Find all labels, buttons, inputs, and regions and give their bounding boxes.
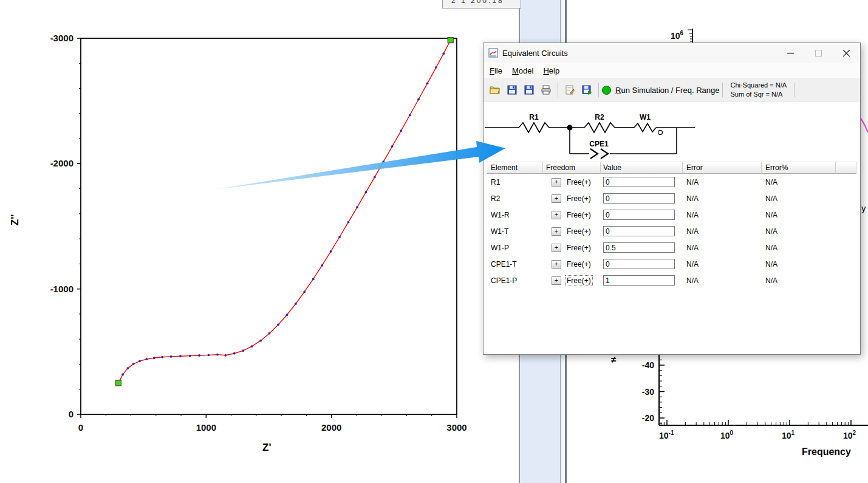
export-results-icon bbox=[582, 85, 592, 95]
circuit-label-cpe1[interactable]: CPE1 bbox=[589, 140, 609, 148]
column-header-error[interactable]: Error% bbox=[762, 162, 836, 174]
freedom-expand-button[interactable]: + bbox=[552, 260, 561, 269]
value-input-w1-r[interactable] bbox=[603, 210, 675, 220]
circuit-label-w1[interactable]: W1 bbox=[640, 113, 651, 122]
freedom-expand-button[interactable]: + bbox=[552, 276, 561, 285]
error-pct-value: N/A bbox=[762, 276, 836, 285]
svg-text:-40: -40 bbox=[642, 360, 654, 370]
toolbar-separator bbox=[722, 83, 723, 97]
error-value: N/A bbox=[683, 178, 762, 187]
freedom-value[interactable]: Free(+) bbox=[566, 259, 592, 269]
print-button[interactable] bbox=[538, 82, 554, 98]
save-button[interactable] bbox=[504, 82, 520, 98]
maximize-button[interactable] bbox=[804, 43, 832, 63]
open-file-icon bbox=[490, 85, 501, 95]
dialog-title: Equivalent Circuits bbox=[502, 49, 776, 58]
svg-text:10-1: 10-1 bbox=[659, 430, 674, 440]
table-row-r1: R1+Free(+)N/AN/A bbox=[487, 174, 856, 190]
svg-text:-20: -20 bbox=[642, 413, 654, 423]
edit-circuit-icon bbox=[565, 85, 575, 95]
error-value: N/A bbox=[683, 244, 762, 252]
minimize-icon bbox=[787, 50, 794, 57]
close-icon bbox=[843, 50, 850, 57]
freedom-expand-button[interactable]: + bbox=[552, 227, 561, 236]
svg-text:0: 0 bbox=[69, 409, 73, 419]
bode-curve-fragment bbox=[859, 117, 868, 132]
freedom-value[interactable]: Free(+) bbox=[566, 177, 592, 187]
param-table-header: ElementFreedomValueErrorError% bbox=[487, 162, 856, 174]
edit-circuit-button[interactable] bbox=[562, 82, 578, 98]
error-value: N/A bbox=[683, 276, 762, 285]
svg-text:2000: 2000 bbox=[321, 422, 341, 433]
open-file-button[interactable] bbox=[487, 82, 503, 98]
circuit-label-r2[interactable]: R2 bbox=[595, 113, 604, 122]
value-input-w1-t[interactable] bbox=[603, 226, 675, 236]
freedom-expand-button[interactable]: + bbox=[552, 211, 561, 219]
freedom-value[interactable]: Free(+) bbox=[566, 243, 592, 253]
freedom-value[interactable]: Free(+) bbox=[566, 210, 592, 220]
sum-of-squares-value: Sum of Sqr = N/A bbox=[730, 90, 787, 99]
fit-statistics: Chi-Squared = N/A Sum of Sqr = N/A bbox=[726, 81, 791, 99]
toolbar-separator bbox=[794, 83, 795, 97]
menu-item-help[interactable]: Help bbox=[538, 64, 564, 78]
run-simulation-label: Run Simulation / Freq. Range bbox=[615, 86, 719, 95]
error-pct-value: N/A bbox=[762, 178, 836, 187]
error-value: N/A bbox=[683, 194, 762, 203]
circuit-node bbox=[567, 125, 573, 131]
svg-text:3000: 3000 bbox=[446, 422, 466, 433]
column-header-filler bbox=[836, 162, 856, 174]
freedom-value[interactable]: Free(+) bbox=[566, 276, 592, 286]
element-name: W1-R bbox=[487, 211, 543, 219]
table-row-w1-t: W1-T+Free(+)N/AN/A bbox=[487, 223, 856, 239]
param-table-body: R1+Free(+)N/AN/AR2+Free(+)N/AN/AW1-R+Fre… bbox=[487, 174, 856, 289]
column-header-error[interactable]: Error bbox=[683, 162, 762, 174]
nyquist-plot: 01000200030000-1000-2000-3000 bbox=[50, 33, 467, 433]
run-simulation-button[interactable]: Run Simulation / Freq. Range bbox=[602, 86, 719, 95]
minimize-button[interactable] bbox=[776, 43, 804, 63]
curve-endpoint-marker bbox=[115, 380, 121, 386]
circuit-diagram[interactable]: R1 R2 W1 CPE1 bbox=[484, 101, 860, 162]
svg-text:101: 101 bbox=[782, 430, 795, 440]
nyquist-x-axis-label: Z' bbox=[262, 442, 271, 454]
save-as-button[interactable] bbox=[521, 82, 537, 98]
close-button[interactable] bbox=[832, 43, 860, 63]
value-input-w1-p[interactable] bbox=[603, 242, 675, 253]
column-header-element[interactable]: Element bbox=[487, 162, 543, 174]
freedom-expand-button[interactable]: + bbox=[552, 244, 561, 252]
column-header-value[interactable]: Value bbox=[601, 162, 683, 174]
bode-x-axis-label: Frequency bbox=[802, 447, 851, 457]
menu-item-model[interactable]: Model bbox=[507, 64, 538, 78]
value-input-r2[interactable] bbox=[603, 193, 675, 204]
svg-text:1000: 1000 bbox=[196, 422, 216, 433]
element-name: R2 bbox=[487, 194, 543, 203]
screenshot-root: 2 1 200.18 01000200030000-1000-2000-3000… bbox=[0, 0, 868, 483]
dialog-titlebar[interactable]: Equivalent Circuits bbox=[484, 43, 860, 63]
table-row-w1-r: W1-R+Free(+)N/AN/A bbox=[487, 207, 856, 223]
run-simulation-icon bbox=[602, 86, 611, 95]
error-pct-value: N/A bbox=[762, 227, 836, 236]
error-value: N/A bbox=[683, 260, 762, 269]
table-row-cpe1-p: CPE1-P+Free(+)N/AN/A bbox=[487, 272, 856, 289]
value-input-cpe1-p[interactable] bbox=[603, 275, 675, 286]
export-results-button[interactable] bbox=[579, 82, 595, 98]
svg-text:-3000: -3000 bbox=[50, 33, 73, 43]
element-name: CPE1-P bbox=[487, 276, 543, 285]
curve-endpoint-marker bbox=[448, 38, 453, 43]
error-pct-value: N/A bbox=[762, 260, 836, 269]
freedom-value[interactable]: Free(+) bbox=[566, 194, 592, 204]
error-pct-value: N/A bbox=[762, 244, 836, 252]
error-pct-value: N/A bbox=[762, 194, 836, 203]
value-input-r1[interactable] bbox=[603, 177, 675, 187]
element-name: R1 bbox=[487, 178, 543, 187]
freedom-expand-button[interactable]: + bbox=[552, 178, 561, 187]
menu-item-file[interactable]: File bbox=[485, 64, 507, 78]
circuit-label-r1[interactable]: R1 bbox=[529, 113, 539, 122]
save-icon bbox=[507, 85, 517, 95]
maximize-icon bbox=[815, 50, 822, 57]
value-input-cpe1-t[interactable] bbox=[603, 259, 675, 269]
svg-text:106: 106 bbox=[671, 30, 684, 41]
freedom-value[interactable]: Free(+) bbox=[566, 227, 592, 236]
error-pct-value: N/A bbox=[762, 211, 836, 219]
freedom-expand-button[interactable]: + bbox=[552, 194, 561, 203]
column-header-freedom[interactable]: Freedom bbox=[543, 162, 601, 174]
